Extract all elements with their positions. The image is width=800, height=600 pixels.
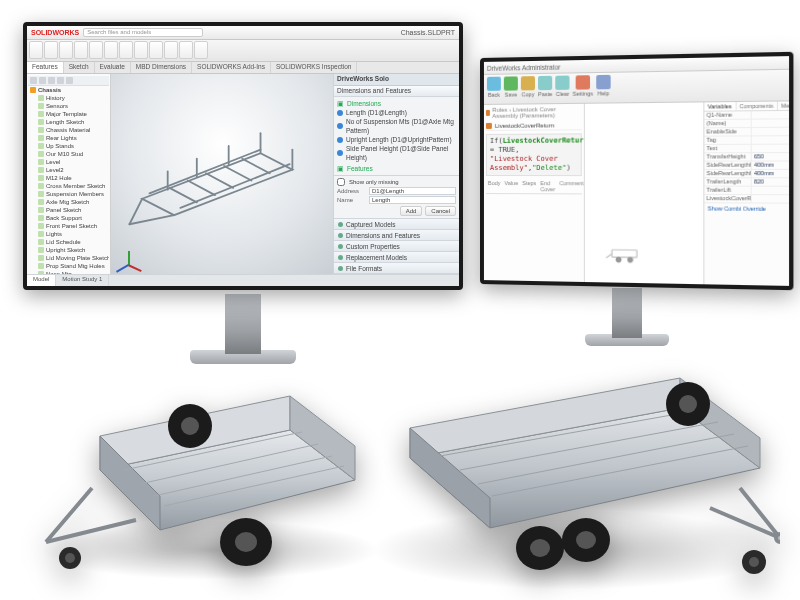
tree-item[interactable]: Panel Sketch [36,206,109,214]
taskpane-section[interactable]: File Formats [334,263,459,274]
property-row[interactable]: Text [704,145,789,154]
taskpane-section[interactable]: Replacement Models [334,252,459,263]
rule-row[interactable]: LivestockCoverReturn [486,120,582,131]
ribbon-settings[interactable]: Settings [573,75,593,101]
ribbon-button[interactable] [179,41,193,59]
dimension-item[interactable]: No of Suspension Mts (D1@Axle Mtg Patter… [337,117,456,135]
ribbon-button[interactable] [29,41,43,59]
svg-point-13 [749,557,759,567]
dimension-list[interactable]: ▣ Dimensions Length (D1@Length)No of Sus… [334,97,459,175]
tree-item[interactable]: Chassis Material [36,126,109,134]
property-row[interactable]: TrailerLift [704,187,789,196]
ribbon-button[interactable] [44,41,58,59]
col-header: Steps [520,179,538,193]
driveworks-taskpane: DriveWorks Solo Dimensions and Features … [333,74,459,274]
show-combi-link[interactable]: Show Combi Override [704,203,789,214]
ribbon-help[interactable]: Help [596,75,610,101]
bottom-tab-motion[interactable]: Motion Study 1 [56,275,109,286]
ribbon-button[interactable] [119,41,133,59]
taskpane-title: DriveWorks Solo [334,74,459,86]
viewport-3d[interactable] [111,74,333,274]
taskpane-section[interactable]: Custom Properties [334,241,459,252]
feature-tree[interactable]: Chassis HistorySensorsMajor TemplateLeng… [27,74,111,274]
window-title: Chassis.SLDPRT [401,29,455,36]
property-row[interactable]: Tag [704,136,789,145]
tab-components[interactable]: Components [736,102,778,111]
tree-item[interactable]: M12 Hole [36,174,109,182]
cancel-button[interactable]: Cancel [425,206,456,216]
tree-root[interactable]: Chassis [38,86,61,94]
monitor-left: SOLIDWORKS Search files and models Chass… [23,22,463,290]
taskpane-section[interactable]: Captured Models [334,219,459,230]
ribbon-button[interactable] [59,41,73,59]
property-row[interactable]: TrailerLength820 [704,178,789,187]
ribbon-clear[interactable]: Clear [555,76,569,102]
tab-evaluate[interactable]: Evaluate [95,62,131,73]
tree-item[interactable]: Up Stands [36,142,109,150]
name-field[interactable]: Length [369,196,456,204]
tab-inspect[interactable]: SOLIDWORKS Inspection [271,62,358,73]
ribbon-button[interactable] [104,41,118,59]
ribbon-button[interactable] [134,41,148,59]
tree-item[interactable]: Cross Member Sketch [36,182,109,190]
ribbon-button[interactable] [74,41,88,59]
formula-editor[interactable]: If(LivestockCoverReturn = TRUE,"Livestoc… [486,133,582,176]
tree-item[interactable]: Level2 [36,166,109,174]
ribbon-paste[interactable]: Paste [538,76,552,101]
show-only-missing-checkbox[interactable] [337,178,345,186]
tab-features[interactable]: Features [27,62,64,73]
address-field[interactable]: D1@Length [369,187,456,195]
col-header: Body [486,179,502,193]
dimension-item[interactable]: Length (D1@Length) [337,108,456,117]
tree-item[interactable]: Lid Schedule [36,238,109,246]
ribbon-button[interactable] [149,41,163,59]
add-button[interactable]: Add [400,206,423,216]
ribbon-copy[interactable]: Copy [521,76,535,101]
dimension-item[interactable]: Upright Length (D1@UprightPattern) [337,135,456,144]
folder-icon [486,110,490,116]
orientation-triad [117,246,139,268]
tree-item[interactable]: Front Panel Sketch [36,222,109,230]
tab-mbd[interactable]: MBD Dimensions [131,62,192,73]
tree-item[interactable]: Rear Lights [36,134,109,142]
tree-item[interactable]: Axle Mtg Sketch [36,198,109,206]
breadcrumb-text: Rules › Livestock Cover Assembly (Parame… [492,106,582,119]
search-input[interactable]: Search files and models [83,28,203,37]
tab-variables[interactable]: Variables [704,102,736,111]
ribbon-button[interactable] [89,41,103,59]
tree-item[interactable]: Level [36,158,109,166]
ribbon-button[interactable] [164,41,178,59]
svg-rect-0 [612,250,637,258]
property-row[interactable]: SideRearLengthHeight400mm [704,162,789,170]
tree-item[interactable]: Lights [36,230,109,238]
ribbon-back[interactable]: Back [487,77,501,102]
chassis-model [124,110,306,242]
tree-item[interactable]: Suspension Members [36,190,109,198]
ribbon-button[interactable] [194,41,208,59]
tree-item[interactable]: History [36,94,109,102]
tree-item[interactable]: Major Template [36,110,109,118]
tree-item[interactable]: Upright Sketch [36,246,109,254]
tree-item[interactable]: Our M10 Stud [36,150,109,158]
property-row[interactable]: SideRearLengthHeight400mm [704,170,789,178]
tree-item[interactable]: Length Sketch [36,118,109,126]
tree-item[interactable]: Prop Stand Mtg Holes [36,262,109,270]
dimension-item[interactable]: Side Panel Height (D1@Side Panel Height) [337,144,456,162]
taskpane-section[interactable]: Dimensions and Features [334,230,459,241]
bottom-tab-model[interactable]: Model [27,275,56,286]
tree-item[interactable]: Back Support [36,214,109,222]
tree-item[interactable]: Lid Moving Plate Sketch [36,254,109,262]
tab-addins[interactable]: SOLIDWORKS Add-Ins [192,62,271,73]
tab-measure[interactable]: Measurements [778,101,789,110]
capture-form: Show only missing Address D1@Length Name… [334,175,459,218]
tree-item[interactable]: Sensors [36,102,109,110]
sw-command-tabs: Features Sketch Evaluate MBD Dimensions … [27,62,459,74]
monitor-right-stand [612,288,642,338]
tab-sketch[interactable]: Sketch [64,62,95,73]
address-label: Address [337,188,365,194]
property-row[interactable]: TransferHeight650 [704,153,789,162]
ribbon-save[interactable]: Save [504,76,518,101]
tree-item[interactable]: Nose Mtg [36,270,109,274]
monitor-left-stand [225,294,261,354]
col-header: Value [502,179,520,193]
